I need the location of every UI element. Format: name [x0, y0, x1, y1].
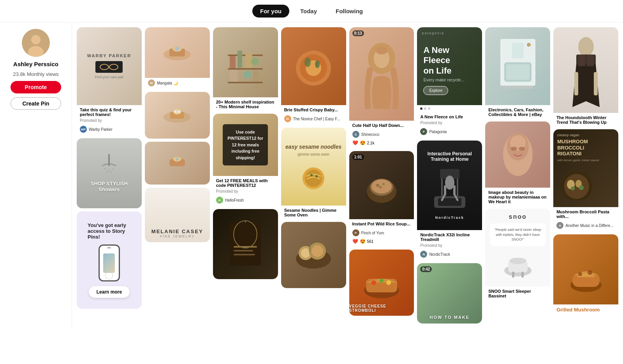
svg-point-80 [527, 43, 531, 47]
pin-label: Electronics, Cars, Fashion, Collectibles… [485, 105, 550, 118]
user-stats: 23.8k Monthly views [13, 71, 58, 77]
svg-point-24 [176, 158, 179, 161]
bathroom-image [498, 35, 537, 97]
pin-sesame-noodles[interactable]: easy sesame noodles gimme some oven Sesa… [281, 128, 346, 219]
pin-mushroom-pasta[interactable]: creamy vegan MUSHROOMBROCCOLIRIGATONI wi… [553, 129, 618, 231]
author-name: Shinecoco [361, 132, 380, 137]
pin-author: A Another Music in a Differe... [553, 220, 618, 231]
snoo-brand: snoo [509, 213, 527, 220]
pin-wild-rice-soup[interactable]: 1:01 Instant Pot Wild Rice Soup... P [349, 151, 414, 246]
pin-houndstooth[interactable]: The Houndstooth Winter Trend That's Blow… [553, 27, 618, 126]
pin-food-table[interactable] [281, 222, 346, 288]
author-avatar: P [352, 229, 359, 236]
bookstore-image [226, 219, 265, 269]
pin-makeup-beauty[interactable]: Image about beauty in makeup by melaniem… [485, 121, 550, 206]
pin-shelf-inspiration[interactable]: 20+ Modern shelf inspiration - This Mini… [213, 27, 278, 111]
author-avatar: P [420, 128, 427, 135]
pin-snoo[interactable]: snoo "People said we'd never sleep with … [485, 209, 550, 300]
pin-ring-1[interactable]: M Mangata 🌙 [145, 27, 210, 89]
stromboli-label: VEGGIE CHEESE STROMBOLI [349, 304, 414, 313]
pin-melanie-casey[interactable]: MELANIE CASEY FINE JEWELRY [145, 188, 210, 242]
learn-more-button[interactable]: Learn more [89, 286, 130, 298]
pin-bathroom[interactable]: Electronics, Cars, Fashion, Collectibles… [485, 27, 550, 118]
svg-point-107 [588, 270, 592, 275]
svg-point-61 [371, 179, 392, 193]
svg-point-103 [571, 186, 575, 190]
pin-warby-parker[interactable]: WARBY PARKER Find your new pair Take thi… [77, 27, 142, 135]
svg-point-9 [112, 168, 114, 170]
pins-area: WARBY PARKER Find your new pair Take thi… [72, 23, 623, 328]
svg-rect-81 [502, 86, 533, 89]
pin-patagonia[interactable]: patagonia A NewFleeceon Life Every make … [417, 27, 482, 137]
svg-point-47 [310, 174, 313, 176]
pin-author: WP Warby Parker [77, 124, 142, 135]
svg-rect-96 [574, 72, 578, 95]
pin-label: Cute Half Up Half Down... [349, 121, 414, 129]
ring-image [162, 43, 193, 62]
svg-point-86 [519, 147, 525, 151]
pin-ring-3[interactable] [145, 142, 210, 185]
pin-label: Take this quiz & find your perfect frame… [77, 105, 142, 118]
pin-hellofresh[interactable]: Use codePINTEREST12 for12 free mealsincl… [213, 114, 278, 206]
svg-point-3 [100, 64, 109, 70]
avatar [22, 29, 50, 57]
pasta-tag: creamy vegan [557, 133, 579, 137]
author-name: HelloFresh [225, 198, 244, 202]
svg-point-57 [376, 47, 387, 55]
explore-button[interactable]: Explore [423, 86, 448, 95]
pin-veggie-stromboli[interactable]: VEGGIE CHEESE STROMBOLI [349, 250, 414, 316]
pin-story-pins[interactable]: You've got early access to Story Pins! L… [77, 211, 142, 309]
pin-brie-stuffed[interactable]: Brie Stuffed Crispy Baby... N The Novice… [281, 27, 346, 125]
user-name: Ashley Perssico [13, 61, 58, 67]
nordictrack-brand: NordicTrack [435, 216, 464, 220]
heart-count: 2.1k [367, 141, 375, 145]
pin-nordictrack[interactable]: Interactive Personal Training at Home No… [417, 141, 482, 260]
noodles-title: easy sesame noodles [285, 144, 341, 150]
author-avatar: A [556, 222, 563, 229]
svg-point-1 [31, 35, 40, 44]
sidebar: Ashley Perssico 23.8k Monthly views Prom… [0, 23, 72, 328]
pin-ring-2[interactable] [145, 92, 210, 139]
noodles-image [298, 159, 329, 190]
pin-author: H HelloFresh [213, 195, 278, 206]
pin-shop-showers[interactable]: SHOP STYLISHShowers [77, 138, 142, 208]
pin-author: P Patagonia [417, 127, 482, 137]
pin-grilled-mushroom[interactable]: Grilled Mushroom [553, 234, 618, 314]
svg-point-33 [243, 71, 251, 79]
author-name: Patagonia [429, 130, 447, 134]
svg-point-43 [304, 58, 311, 67]
ring-image-3 [162, 155, 193, 172]
svg-point-7 [104, 168, 106, 170]
hair-image [362, 39, 401, 109]
svg-rect-38 [234, 250, 253, 251]
pin-author: P Pinch of Yum [349, 228, 414, 239]
svg-point-69 [386, 280, 391, 285]
tab-following[interactable]: Following [328, 5, 371, 18]
tab-for-you[interactable]: For you [252, 5, 289, 18]
create-pin-button[interactable]: Create Pin [11, 97, 61, 110]
pin-author: M Mangata 🌙 [145, 78, 210, 89]
shower-icon [101, 154, 117, 178]
tab-today[interactable]: Today [292, 5, 325, 18]
svg-point-8 [108, 169, 110, 171]
pin-half-up-hair[interactable]: 0:13 Cute Half Up Half Down... S Shineco… [349, 27, 414, 148]
pin-how-to-make[interactable]: 0:42 HOW TO MAKE [417, 263, 482, 324]
svg-point-63 [382, 183, 385, 185]
pin-author: N The Novice Chef | Easy F... [281, 114, 346, 125]
pin-label: Brie Stuffed Crispy Baby... [281, 105, 346, 114]
svg-rect-91 [521, 272, 524, 278]
patagonia-sub: Every make recycle... [423, 77, 464, 82]
video-badge: 1:01 [352, 154, 364, 160]
svg-point-10 [106, 171, 108, 173]
pin-label: SNOO Smart Sleeper Bassinet [485, 287, 550, 300]
author-avatar: M [148, 79, 155, 86]
promote-button[interactable]: Promote [11, 81, 61, 93]
pin-bookstore[interactable] [213, 209, 278, 279]
promoted-label: Promoted by [77, 118, 142, 124]
svg-point-31 [251, 58, 259, 65]
pin-hearts: ❤️😍 561 [349, 239, 414, 246]
pin-label: The Houndstooth Winter Trend That's Blow… [553, 113, 618, 126]
svg-point-11 [110, 171, 112, 173]
promoted-label: Promoted by [417, 121, 482, 127]
snoo-quote: "People said we'd never sleep with tripl… [490, 223, 546, 246]
